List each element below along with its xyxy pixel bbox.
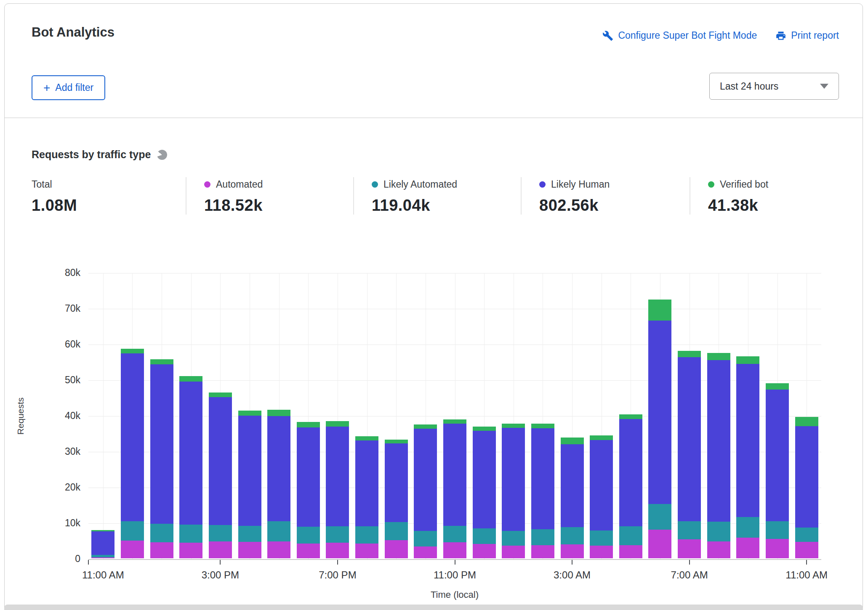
bar-segment-likely_automated (238, 526, 261, 542)
bar-segment-verified_bot (297, 422, 320, 427)
stat-value: 118.52k (204, 196, 353, 215)
stacked-bar[interactable] (502, 424, 525, 558)
printer-icon (775, 30, 786, 41)
x-tick-label: 11:00 PM (434, 569, 476, 581)
x-tick-label: 3:00 AM (554, 569, 591, 581)
stacked-bar[interactable] (385, 440, 408, 558)
plot-area (88, 273, 821, 559)
configure-super-bot-fight-mode-link[interactable]: Configure Super Bot Fight Mode (602, 30, 757, 41)
stacked-bar[interactable] (707, 353, 730, 558)
stacked-bar[interactable] (766, 383, 789, 558)
bar-segment-likely_human (473, 431, 496, 528)
section-title-row: Requests by traffic type (32, 149, 167, 161)
stat-verified-bot[interactable]: Verified bot 41.38k (690, 177, 768, 215)
plus-icon: + (43, 84, 50, 92)
bar-segment-automated (736, 538, 759, 558)
x-axis-line (88, 559, 821, 560)
bar-segment-verified_bot (473, 427, 496, 431)
stacked-bar[interactable] (795, 417, 818, 558)
stacked-bar[interactable] (238, 411, 261, 558)
bar-segment-likely_human (238, 416, 261, 526)
stacked-bar[interactable] (267, 410, 290, 558)
bar-segment-likely_human (385, 443, 408, 522)
stacked-bar[interactable] (414, 424, 437, 558)
bar-segment-verified_bot (443, 419, 466, 424)
bar-segment-automated (619, 545, 642, 558)
stat-value: 1.08M (32, 196, 186, 215)
y-tick-label: 30k (5, 446, 80, 457)
stat-likely-human[interactable]: Likely Human 802.56k (521, 177, 690, 215)
stacked-bar[interactable] (531, 424, 554, 558)
stacked-bar[interactable] (150, 359, 173, 558)
bar-segment-likely_automated (121, 521, 144, 541)
bar-segment-likely_automated (531, 529, 554, 545)
legend-dot-automated (204, 181, 210, 188)
y-tick-label: 80k (5, 267, 80, 278)
bar-segment-likely_automated (707, 522, 730, 541)
time-range-select[interactable]: Last 24 hours (709, 73, 839, 100)
bar-segment-automated (795, 542, 818, 558)
bar-segment-automated (443, 542, 466, 558)
stacked-bar[interactable] (91, 530, 114, 558)
bar-segment-verified_bot (766, 383, 789, 390)
page-title: Bot Analytics (32, 25, 114, 40)
bar-segment-automated (150, 542, 173, 558)
stacked-bar[interactable] (619, 414, 642, 558)
bar-segment-verified_bot (385, 440, 408, 443)
bar-segment-likely_human (414, 429, 437, 531)
stacked-bar[interactable] (209, 393, 232, 558)
bar-segment-automated (121, 541, 144, 558)
stat-automated[interactable]: Automated 118.52k (186, 177, 353, 215)
bar-segment-automated (766, 539, 789, 558)
bar-segment-likely_human (179, 382, 202, 525)
stacked-bar[interactable] (121, 349, 144, 558)
bar-segment-likely_automated (414, 531, 437, 546)
stat-likely-automated[interactable]: Likely Automated 119.04k (353, 177, 521, 215)
stacked-bar[interactable] (561, 438, 584, 558)
bar-segment-automated (267, 541, 290, 558)
bar-segment-likely_automated (209, 525, 232, 541)
stacked-bar[interactable] (736, 356, 759, 558)
bar-segment-likely_human (355, 440, 378, 526)
bar-segment-automated (414, 546, 437, 558)
stacked-bar[interactable] (678, 351, 701, 558)
bar-segment-verified_bot (414, 424, 437, 429)
bar-segment-likely_automated (736, 517, 759, 537)
bar-segment-automated (648, 530, 671, 558)
bar-segment-verified_bot (795, 417, 818, 426)
x-tick-mark (220, 560, 221, 565)
stat-label: Total (32, 179, 52, 190)
bar-segment-likely_human (267, 416, 290, 521)
add-filter-button[interactable]: + Add filter (32, 75, 105, 100)
bar-segment-likely_human (678, 357, 701, 521)
y-tick-label: 50k (5, 374, 80, 386)
y-tick-label: 0 (5, 553, 80, 565)
stacked-bar[interactable] (297, 422, 320, 558)
bar-segment-likely_human (326, 427, 349, 526)
bar-segment-likely_automated (385, 522, 408, 540)
bar-segment-automated (238, 542, 261, 558)
bar-segment-verified_bot (707, 353, 730, 360)
bar-segment-automated (326, 543, 349, 558)
bar-segment-likely_automated (297, 527, 320, 544)
stat-value: 802.56k (539, 196, 690, 215)
print-report-link[interactable]: Print report (775, 30, 839, 41)
stacked-bar[interactable] (326, 421, 349, 558)
bar-segment-automated (473, 544, 496, 558)
stat-label: Automated (216, 179, 263, 190)
bar-segment-verified_bot (326, 421, 349, 427)
x-tick-mark (806, 560, 807, 565)
stacked-bar[interactable] (443, 419, 466, 558)
x-tick-label: 7:00 AM (671, 569, 708, 581)
stacked-bar[interactable] (473, 427, 496, 558)
y-tick-label: 10k (5, 517, 80, 529)
bar-segment-verified_bot (150, 359, 173, 365)
stacked-bar[interactable] (179, 376, 202, 558)
bar-segment-verified_bot (179, 376, 202, 382)
bar-segment-verified_bot (678, 351, 701, 357)
stacked-bar[interactable] (355, 436, 378, 558)
stacked-bar[interactable] (590, 435, 613, 558)
stacked-bar[interactable] (648, 300, 671, 558)
bar-segment-likely_human (209, 397, 232, 525)
bar-segment-verified_bot (736, 356, 759, 364)
